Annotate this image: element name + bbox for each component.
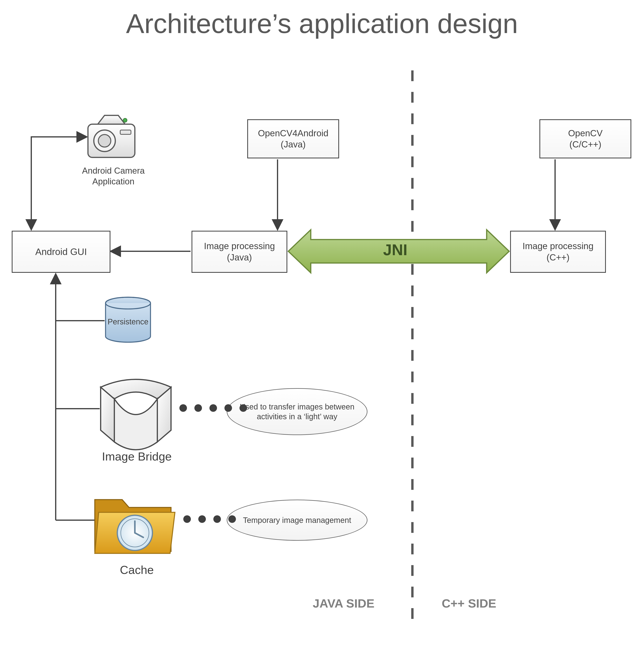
persistence-label: Persistence <box>106 317 151 327</box>
svg-point-11 <box>123 118 127 122</box>
svg-point-15 <box>117 515 153 550</box>
image-bridge-caption: Image Bridge <box>98 450 176 463</box>
svg-point-14 <box>106 297 151 309</box>
cpp-side-label: C++ SIDE <box>442 596 496 610</box>
bridge-icon <box>101 379 171 450</box>
camera-caption: Android CameraApplication <box>72 165 154 187</box>
svg-rect-12 <box>120 130 131 134</box>
connector-layer <box>0 0 644 658</box>
dots-bridge: ●●●●● <box>178 397 253 417</box>
svg-rect-8 <box>88 124 135 157</box>
cache-caption: Cache <box>108 563 166 577</box>
camera-icon <box>88 115 135 157</box>
cache-folder-icon <box>95 500 175 553</box>
java-side-label: JAVA SIDE <box>313 596 374 610</box>
cache-note: Temporary image management <box>227 500 367 541</box>
svg-point-10 <box>98 134 111 147</box>
box-image-processing-java: Image processing(Java) <box>191 231 287 273</box>
box-opencv4android: OpenCV4Android(Java) <box>247 119 339 158</box>
svg-point-16 <box>121 519 149 547</box>
box-image-processing-cpp: Image processing(C++) <box>510 231 606 273</box>
svg-line-18 <box>135 533 143 538</box>
box-android-gui: Android GUI <box>12 231 110 273</box>
svg-point-13 <box>106 297 151 309</box>
jni-label: JNI <box>383 241 408 259</box>
diagram-canvas: Architecture’s application design <box>0 0 644 658</box>
svg-point-9 <box>94 130 115 152</box>
diagram-title: Architecture’s application design <box>0 8 644 40</box>
box-opencv-cpp: OpenCV(C/C++) <box>539 119 631 158</box>
dots-cache: ●●●● <box>182 508 242 528</box>
